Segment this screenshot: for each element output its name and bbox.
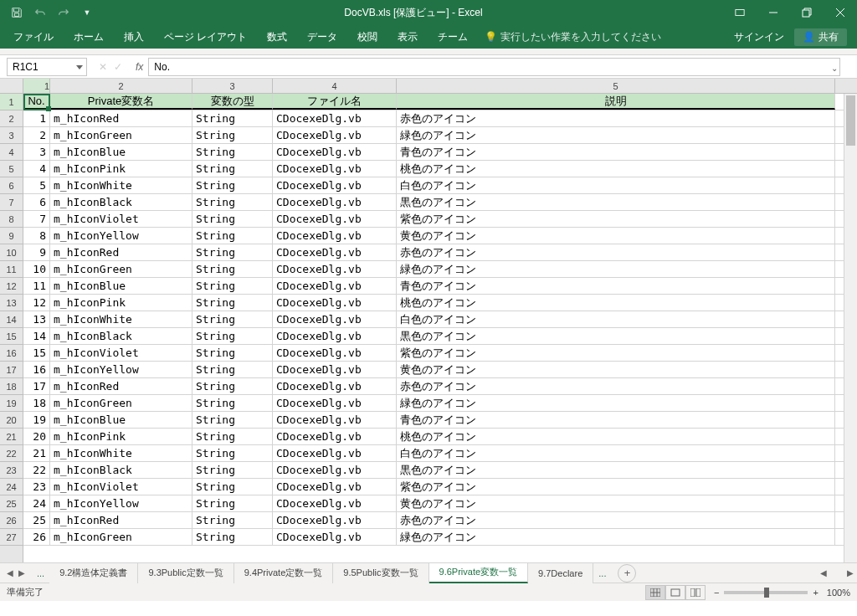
cell[interactable]: 16 [23, 362, 50, 377]
tab-review[interactable]: 校閲 [347, 25, 387, 49]
row-header-18[interactable]: 18 [0, 378, 23, 395]
cell[interactable]: CDocexeDlg.vb [273, 529, 397, 545]
cell[interactable]: CDocexeDlg.vb [273, 228, 397, 244]
cell[interactable]: String [192, 311, 273, 327]
row-header-27[interactable]: 27 [0, 529, 23, 546]
fx-icon[interactable]: fx [131, 61, 148, 73]
cell[interactable]: String [192, 244, 273, 260]
cell[interactable]: m_hIconWhite [50, 177, 192, 193]
row-header-19[interactable]: 19 [0, 395, 23, 412]
sheet-tab[interactable]: 9.5Public変数一覧 [333, 563, 428, 583]
row-header-4[interactable]: 4 [0, 144, 23, 161]
cell[interactable]: 5 [23, 177, 50, 193]
cell[interactable]: m_hIconYellow [50, 495, 192, 511]
row-header-5[interactable]: 5 [0, 161, 23, 177]
cell[interactable]: m_hIconRed [50, 378, 192, 394]
cell[interactable]: 赤色のアイコン [397, 110, 835, 126]
row-header-10[interactable]: 10 [0, 244, 23, 261]
undo-icon[interactable] [30, 3, 50, 23]
cell[interactable]: m_hIconYellow [50, 228, 192, 244]
cell[interactable]: 紫色のアイコン [397, 345, 835, 361]
cell[interactable]: String [192, 362, 273, 377]
cell[interactable]: String [192, 261, 273, 277]
select-all-corner[interactable] [0, 79, 23, 93]
cell[interactable]: String [192, 177, 273, 193]
cell[interactable]: m_hIconViolet [50, 345, 192, 361]
col-header-2[interactable]: 2 [50, 79, 192, 93]
cell[interactable]: 7 [23, 211, 50, 227]
cell[interactable]: 青色のアイコン [397, 412, 835, 428]
cell[interactable]: CDocexeDlg.vb [273, 445, 397, 461]
row-header-22[interactable]: 22 [0, 445, 23, 462]
cell[interactable]: 青色のアイコン [397, 144, 835, 160]
row-header-8[interactable]: 8 [0, 211, 23, 228]
row-header-11[interactable]: 11 [0, 261, 23, 278]
minimize-icon[interactable] [757, 0, 790, 25]
cell[interactable]: CDocexeDlg.vb [273, 144, 397, 160]
cell[interactable]: 赤色のアイコン [397, 378, 835, 394]
cell[interactable]: 1 [23, 110, 50, 126]
cell[interactable]: CDocexeDlg.vb [273, 244, 397, 260]
row-header-21[interactable]: 21 [0, 429, 23, 445]
cell[interactable]: 4 [23, 161, 50, 177]
cell[interactable]: 19 [23, 412, 50, 428]
header-cell[interactable]: 変数の型 [192, 94, 273, 110]
cell[interactable]: 緑色のアイコン [397, 395, 835, 411]
page-layout-view-icon[interactable] [665, 585, 685, 600]
col-header-1[interactable]: 1 [23, 79, 50, 93]
add-sheet-button[interactable]: + [618, 564, 636, 583]
cell[interactable]: 黄色のアイコン [397, 362, 835, 377]
row-header-26[interactable]: 26 [0, 512, 23, 529]
cell[interactable]: 10 [23, 261, 50, 277]
zoom-out-icon[interactable]: − [714, 588, 719, 598]
nav-prev-icon[interactable]: ◀ [7, 568, 13, 578]
sheet-tab[interactable]: 9.6Private変数一覧 [429, 563, 529, 583]
sheet-tab[interactable]: 9.2構造体定義書 [49, 563, 138, 583]
cell[interactable]: 赤色のアイコン [397, 512, 835, 528]
cell[interactable]: m_hIconPink [50, 429, 192, 444]
tab-home[interactable]: ホーム [64, 25, 114, 49]
cell[interactable]: String [192, 228, 273, 244]
row-header-25[interactable]: 25 [0, 495, 23, 512]
cell[interactable]: 6 [23, 194, 50, 210]
cell[interactable]: 赤色のアイコン [397, 244, 835, 260]
col-header-4[interactable]: 4 [273, 79, 397, 93]
row-header-23[interactable]: 23 [0, 462, 23, 479]
cell[interactable]: 青色のアイコン [397, 278, 835, 294]
cell[interactable]: CDocexeDlg.vb [273, 110, 397, 126]
cell[interactable]: CDocexeDlg.vb [273, 512, 397, 528]
cell[interactable]: String [192, 345, 273, 361]
qat-dropdown-icon[interactable]: ▼ [77, 3, 97, 23]
cell[interactable]: 14 [23, 328, 50, 344]
cell[interactable]: 13 [23, 311, 50, 327]
cell[interactable]: m_hIconGreen [50, 127, 192, 143]
tab-view[interactable]: 表示 [387, 25, 428, 49]
row-header-6[interactable]: 6 [0, 177, 23, 194]
cell[interactable]: m_hIconBlack [50, 194, 192, 210]
zoom-level[interactable]: 100% [827, 588, 850, 598]
tell-me-search[interactable]: 💡 実行したい作業を入力してください [485, 30, 661, 44]
tab-insert[interactable]: 挿入 [114, 25, 154, 49]
formula-input[interactable]: No. ⌄ [148, 58, 840, 76]
cell[interactable]: m_hIconGreen [50, 529, 192, 545]
row-header-12[interactable]: 12 [0, 278, 23, 295]
row-header-1[interactable]: 1 [0, 94, 23, 110]
cell[interactable]: m_hIconGreen [50, 261, 192, 277]
cell[interactable]: CDocexeDlg.vb [273, 395, 397, 411]
tab-data[interactable]: データ [297, 25, 347, 49]
expand-formula-icon[interactable]: ⌄ [831, 64, 838, 73]
cell[interactable]: CDocexeDlg.vb [273, 495, 397, 511]
cell[interactable]: m_hIconBlue [50, 144, 192, 160]
cell[interactable]: 緑色のアイコン [397, 127, 835, 143]
cell[interactable]: 黒色のアイコン [397, 194, 835, 210]
enter-formula-icon[interactable]: ✓ [114, 61, 122, 73]
row-header-13[interactable]: 13 [0, 295, 23, 311]
cell[interactable]: m_hIconBlue [50, 278, 192, 294]
zoom-track[interactable] [724, 591, 808, 594]
cell[interactable]: CDocexeDlg.vb [273, 295, 397, 311]
cell[interactable]: m_hIconRed [50, 110, 192, 126]
cell[interactable]: CDocexeDlg.vb [273, 211, 397, 227]
cell[interactable]: CDocexeDlg.vb [273, 345, 397, 361]
cell[interactable]: 桃色のアイコン [397, 295, 835, 311]
cell[interactable]: String [192, 278, 273, 294]
